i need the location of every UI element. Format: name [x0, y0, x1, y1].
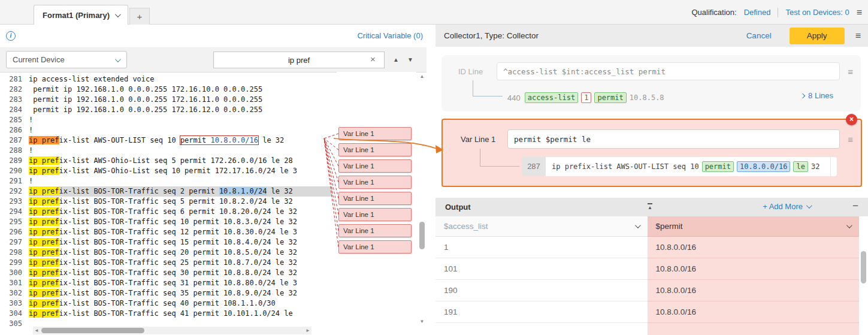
add-more-link[interactable]: + Add More — [763, 202, 810, 211]
var-line-chip[interactable]: Var Line 1 — [338, 143, 412, 156]
match-token: ip prefix-list AWS-OUT-LIST seq 10 — [552, 162, 699, 171]
line-text: ! — [29, 115, 332, 125]
line-number: 287 — [0, 135, 29, 146]
line-text: ip prefix-list AWS-Ohio-List seq 5 permi… — [29, 156, 332, 166]
var-line-chip[interactable]: Var Line 1 — [338, 127, 412, 140]
tab-format1-primary[interactable]: Format1 (Primary) — [34, 5, 128, 25]
output-cell-permit[interactable] — [648, 323, 860, 335]
scroll-left-icon[interactable]: ◄ — [33, 327, 40, 334]
vertical-scroll-thumb[interactable] — [419, 222, 425, 249]
scroll-right-icon[interactable]: ► — [304, 327, 311, 334]
line-number: 293 — [0, 197, 29, 207]
output-cell-access-list[interactable] — [435, 323, 648, 335]
var-line-label: Var Line 1 — [461, 135, 503, 144]
var-line-chip[interactable]: Var Line 1 — [338, 159, 412, 173]
id-line-pattern-input[interactable] — [497, 62, 840, 80]
divider — [778, 8, 778, 17]
add-tab-button[interactable]: + — [129, 8, 150, 25]
column-name: $permit — [656, 222, 683, 231]
line-number: 304 — [0, 309, 29, 319]
var-line-expand-link[interactable]: 8 Lines — [830, 157, 837, 176]
var-line-chip[interactable]: Var Line 1 — [338, 240, 412, 253]
critical-variable-link[interactable]: Critical Variable (0) — [357, 31, 423, 40]
column-header-access-list[interactable]: $access_list — [435, 216, 648, 237]
line-text: ip prefix-list AWS-OUT-LIST seq 10 permi… — [29, 135, 332, 146]
output-header: Output ▲ + Add More − — [435, 198, 868, 216]
scroll-down-icon[interactable]: ▼ — [418, 318, 426, 325]
id-line-menu-icon[interactable]: ≡ — [848, 67, 853, 77]
device-select[interactable]: Current Device — [6, 51, 127, 68]
line-text: permit ip 192.168.1.0 0.0.0.255 172.16.1… — [29, 105, 332, 115]
var-line-pattern-input[interactable] — [507, 129, 840, 149]
line-number: 288 — [0, 146, 29, 156]
top-menu-icon[interactable]: ≡ — [857, 7, 862, 18]
info-icon[interactable]: i — [6, 31, 16, 41]
output-cell-permit[interactable]: 10.8.0.0/16 — [648, 237, 860, 258]
line-text: ip prefix-list BOS-TOR-Traffic seq 40 pe… — [29, 298, 332, 309]
line-text: ip prefix-list BOS-TOR-Traffic seq 20 pe… — [29, 248, 332, 258]
search-input[interactable] — [213, 52, 385, 68]
vertical-scrollbar[interactable]: ▲ ▼ — [418, 73, 426, 325]
top-tab-bar: Format1 (Primary) + Qualification: Defin… — [0, 0, 868, 25]
output-cell-permit[interactable]: 10.8.0.0/16 — [648, 280, 860, 301]
line-text: permit ip 192.168.1.0 0.0.0.255 172.16.1… — [29, 84, 332, 95]
line-number: 301 — [0, 278, 29, 288]
cancel-button[interactable]: Cancel — [746, 31, 772, 40]
close-icon[interactable]: × — [846, 114, 857, 125]
output-table-body: 110.8.0.0/1610110.8.0.0/1619010.8.0.0/16… — [435, 237, 859, 335]
panel-menu-icon[interactable]: ≡ — [855, 31, 861, 41]
line-text: ip prefix-list BOS-TOR-Traffic seq 12 pe… — [29, 227, 332, 237]
find-next-button[interactable]: ▼ — [404, 52, 417, 68]
horizontal-scrollbar[interactable]: ◄ ► — [33, 327, 311, 334]
connector-elbow — [473, 80, 503, 96]
var-line-menu-icon[interactable]: ≡ — [848, 134, 853, 144]
line-number: 303 — [0, 298, 29, 309]
line-number: 294 — [0, 207, 29, 217]
output-cell-access-list[interactable]: 190 — [435, 280, 648, 301]
horizontal-scroll-thumb[interactable] — [41, 328, 144, 333]
line-number: 296 — [0, 227, 29, 237]
var-line-column: Var Line 1Var Line 1Var Line 1Var Line 1… — [337, 72, 416, 326]
id-line-match-tokens: access-list1permit10.8.5.8 — [525, 92, 664, 103]
remove-column-icon[interactable]: − — [852, 200, 858, 212]
line-number: 285 — [0, 115, 29, 125]
id-line-expand-link[interactable]: 8 Lines — [801, 91, 833, 100]
find-previous-button[interactable]: ▲ — [389, 52, 403, 68]
collapse-icon[interactable]: ▲ — [648, 203, 652, 210]
table-scrollbar[interactable] — [860, 237, 867, 334]
line-number: 291 — [0, 176, 29, 186]
output-row: 19110.8.0.0/16 — [435, 301, 859, 323]
clear-search-icon[interactable]: × — [370, 53, 376, 65]
var-line-section: × Var Line 1 ≡ 287 ip prefix-list AWS-OU… — [441, 119, 862, 187]
line-text: ip prefix-list BOS-TOR-Traffic seq 10 pe… — [29, 217, 332, 227]
output-cell-permit[interactable]: 10.8.0.0/16 — [648, 301, 860, 323]
line-number: 281 — [0, 74, 29, 84]
scroll-up-icon[interactable]: ▲ — [418, 73, 426, 80]
line-number: 298 — [0, 248, 29, 258]
chevron-down-icon — [115, 11, 121, 17]
output-row: 10110.8.0.0/16 — [435, 258, 859, 280]
line-number: 290 — [0, 166, 29, 176]
id-line-section: ID Line ≡ 440 access-list1permit10.8.5.8… — [441, 55, 861, 111]
qualification-defined-link[interactable]: Defined — [744, 8, 771, 17]
table-scroll-thumb[interactable] — [861, 251, 866, 283]
test-on-devices-link[interactable]: Test on Devices: 0 — [785, 8, 849, 17]
column-header-permit[interactable]: $permit — [648, 216, 860, 237]
line-text: ip prefix-list AWS-Ohio-List seq 10 perm… — [29, 166, 332, 176]
var-line-chip[interactable]: Var Line 1 — [338, 208, 412, 221]
output-cell-permit[interactable]: 10.8.0.0/16 — [648, 258, 860, 280]
line-number: 297 — [0, 237, 29, 248]
id-line-label: ID Line — [458, 67, 492, 76]
output-cell-access-list[interactable]: 101 — [435, 258, 648, 280]
column-name: $access_list — [444, 222, 488, 231]
output-section: Output ▲ + Add More − $access_list $perm… — [435, 198, 868, 335]
output-cell-access-list[interactable]: 191 — [435, 301, 648, 323]
var-line-chip[interactable]: Var Line 1 — [338, 176, 412, 189]
apply-button[interactable]: Apply — [790, 28, 845, 44]
match-token: le — [793, 161, 807, 172]
var-line-chip[interactable]: Var Line 1 — [338, 192, 412, 205]
var-line-chip[interactable]: Var Line 1 — [338, 224, 412, 237]
output-row — [435, 323, 859, 335]
line-number: 302 — [0, 288, 29, 298]
output-cell-access-list[interactable]: 1 — [435, 237, 648, 258]
